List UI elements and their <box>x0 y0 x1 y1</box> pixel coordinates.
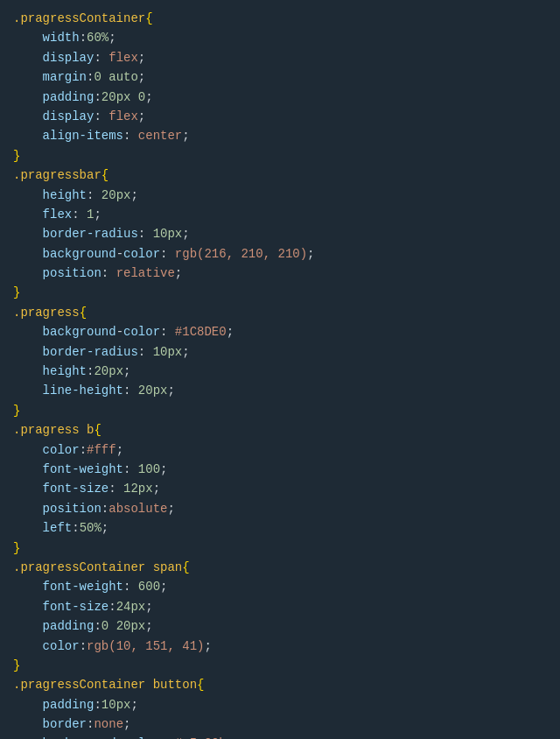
token-property: margin <box>13 70 87 84</box>
token-punctuation: : <box>94 90 101 104</box>
token-punctuation: ; <box>175 266 182 280</box>
token-property: flex <box>13 208 72 222</box>
code-line: height: 20px; <box>0 186 560 205</box>
token-punctuation: ; <box>108 31 116 45</box>
token-value-keyword: flex <box>102 109 138 123</box>
token-punctuation: - <box>116 247 123 261</box>
token-property: padding <box>13 619 94 633</box>
token-punctuation: ; <box>182 129 189 143</box>
code-line: } <box>0 401 560 420</box>
token-bracket: { <box>182 560 189 574</box>
token-value-color-hex: #1C8DE0 <box>167 325 226 339</box>
code-line: display: flex; <box>0 48 560 67</box>
token-value-keyword: none <box>94 717 123 731</box>
token-selector: .pragressContainer <box>13 11 145 25</box>
token-punctuation: : <box>108 482 116 496</box>
token-value-number: 10px <box>145 345 182 359</box>
code-line: padding:20px 0; <box>0 88 560 107</box>
token-value-number: 0 20px <box>102 619 145 633</box>
token-value-number: 10px <box>102 698 131 712</box>
code-line: .pragressContainer span{ <box>0 558 560 577</box>
token-punctuation: : <box>94 698 101 712</box>
token-punctuation: ; <box>307 247 314 261</box>
token-value-number: 12px <box>116 482 153 496</box>
code-line: background-color: #a5a20b; <box>0 734 560 739</box>
token-value-number: 1 <box>80 208 94 222</box>
token-value-number: 0 auto <box>94 70 137 84</box>
code-line: .pragress b{ <box>0 420 560 440</box>
token-punctuation: ; <box>145 619 152 633</box>
code-line: font-weight: 600; <box>0 577 560 596</box>
token-property: left <box>13 521 72 535</box>
code-line: align-items: center; <box>0 126 560 145</box>
token-value-keyword: flex <box>102 51 138 65</box>
token-property: display <box>13 109 94 123</box>
code-line: .pragress{ <box>0 303 560 322</box>
token-bracket: } <box>13 285 20 299</box>
token-value-number: 60% <box>87 31 108 45</box>
token-punctuation: - <box>116 325 123 339</box>
code-line: position: relative; <box>0 264 560 283</box>
token-punctuation: ; <box>167 502 174 516</box>
code-line: font-size:24px; <box>0 597 560 616</box>
code-line: border-radius: 10px; <box>0 342 560 362</box>
code-line: border-radius: 10px; <box>0 224 560 243</box>
token-punctuation: ; <box>145 600 152 614</box>
code-line: .pragressbar{ <box>0 165 560 185</box>
token-value-keyword: relative <box>108 266 175 280</box>
token-property: border-radius <box>13 227 138 241</box>
token-punctuation: ; <box>138 51 145 65</box>
code-line: position:absolute; <box>0 499 560 518</box>
token-property: position <box>13 266 102 280</box>
token-value-number: 20px 0 <box>102 90 145 104</box>
token-punctuation: ; <box>204 639 211 653</box>
token-bracket: } <box>13 404 20 418</box>
token-value-keyword: center <box>130 129 182 143</box>
token-punctuation: ; <box>102 521 108 535</box>
token-punctuation: : <box>138 345 145 359</box>
token-punctuation: ; <box>167 384 174 398</box>
code-line: } <box>0 538 560 558</box>
token-punctuation: : <box>80 639 87 653</box>
code-line: padding:10px; <box>0 695 560 714</box>
token-value-color-hex: #fff <box>87 443 116 457</box>
token-property: color <box>123 247 160 261</box>
code-line: height:20px; <box>0 362 560 381</box>
code-line: margin:0 auto; <box>0 67 560 87</box>
token-punctuation: : <box>138 227 145 241</box>
token-property: font-weight <box>13 462 123 476</box>
token-value-number: 10px <box>145 227 182 241</box>
token-punctuation: ; <box>138 70 145 84</box>
token-property: padding <box>13 698 94 712</box>
token-property: width <box>13 31 80 45</box>
token-property: align-items <box>13 129 123 143</box>
token-value-number: 100 <box>130 462 160 476</box>
token-punctuation: ; <box>116 443 123 457</box>
code-content: .pragressContainer{ width:60%; display: … <box>0 9 560 739</box>
token-punctuation: ; <box>130 698 137 712</box>
token-punctuation: ; <box>123 364 130 378</box>
token-punctuation: ; <box>153 482 160 496</box>
token-bracket: { <box>197 678 204 692</box>
token-property: color <box>123 325 160 339</box>
token-punctuation: ; <box>94 208 101 222</box>
token-punctuation: : <box>102 502 108 516</box>
token-property: line-height <box>13 384 123 398</box>
token-punctuation: ; <box>160 462 167 476</box>
code-line: } <box>0 146 560 165</box>
token-punctuation: ; <box>182 227 189 241</box>
token-punctuation: : <box>72 208 79 222</box>
token-property: background <box>13 325 116 339</box>
token-punctuation: ; <box>160 580 167 594</box>
token-property: color <box>13 443 80 457</box>
code-line: .pragressContainer button{ <box>0 675 560 694</box>
token-property: padding <box>13 90 94 104</box>
code-line: background-color: rgb(216, 210, 210); <box>0 244 560 264</box>
code-line: background-color: #1C8DE0; <box>0 322 560 341</box>
token-punctuation: ; <box>130 188 137 202</box>
token-selector: .pragressbar <box>13 168 102 182</box>
token-punctuation: : <box>80 31 87 45</box>
token-property: height <box>13 364 87 378</box>
token-selector: .pragress <box>13 306 80 320</box>
token-value-keyword: absolute <box>108 502 167 516</box>
